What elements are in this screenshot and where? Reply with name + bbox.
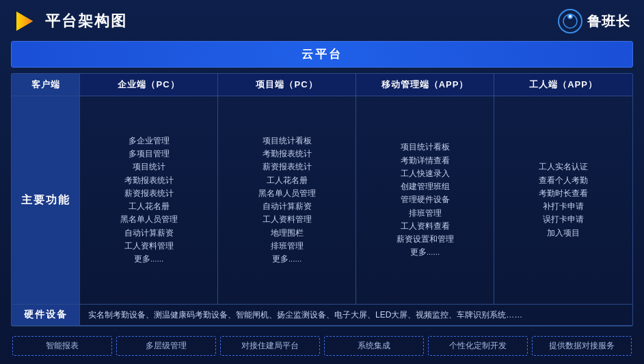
feature-item: 工人花名册 xyxy=(129,201,170,212)
feature-item: 地理围栏 xyxy=(271,227,304,239)
feature-item: 考勤时长查看 xyxy=(539,188,588,199)
col-header-mobile: 移动管理端（APP） xyxy=(356,74,494,96)
main-table: 客户端 企业端（PC） 项目端（PC） 移动管理端（APP） 工人端（APP） … xyxy=(11,73,633,326)
tag-item: 提供数据对接服务 xyxy=(532,336,632,356)
feature-item: 工人实名认证 xyxy=(539,161,588,173)
feature-item: 黑名单人员管理 xyxy=(258,188,316,199)
feature-item: 项目统计看板 xyxy=(263,135,312,147)
feature-item: 考勤详情查看 xyxy=(401,155,450,167)
header-left: 平台架构图 xyxy=(14,9,127,33)
col-headers: 客户端 企业端（PC） 项目端（PC） 移动管理端（APP） 工人端（APP） xyxy=(12,74,632,96)
feature-item: 排班管理 xyxy=(409,208,442,219)
feature-item: 薪资报表统计 xyxy=(124,188,174,199)
feature-item: 工人资料管理 xyxy=(263,214,312,225)
header: 平台架构图 鲁班长 xyxy=(11,7,633,36)
tag-item: 多层级管理 xyxy=(116,336,216,356)
brand-icon xyxy=(557,8,583,34)
feature-item: 管理硬件设备 xyxy=(401,194,450,206)
page-title: 平台架构图 xyxy=(45,11,127,31)
col-header-client: 客户端 xyxy=(12,74,80,96)
feature-item: 创建管理班组 xyxy=(401,181,450,193)
feature-item: 多企业管理 xyxy=(129,135,170,147)
feature-item: 误打卡申请 xyxy=(543,214,584,225)
content-row: 主要功能 多企业管理多项目管理项目统计考勤报表统计薪资报表统计工人花名册黑名单人… xyxy=(12,96,632,305)
brand-logo: 鲁班长 xyxy=(557,8,630,34)
feature-item: 薪资报表统计 xyxy=(263,161,312,173)
feature-item: 自动计算薪资 xyxy=(124,227,174,239)
logo-icon xyxy=(14,9,38,33)
main-section-label: 主要功能 xyxy=(12,96,80,304)
hardware-content: 实名制考勤设备、测温健康码考勤设备、智能闸机、扬尘监测设备、电子大屏、LED大屏… xyxy=(80,305,632,325)
svg-marker-1 xyxy=(16,12,33,31)
feature-item: 查看个人考勤 xyxy=(539,175,588,186)
feature-item: 排班管理 xyxy=(271,240,304,252)
brand-name: 鲁班长 xyxy=(587,12,630,31)
feature-item: 自动计算薪资 xyxy=(263,201,312,212)
tag-item: 个性化定制开发 xyxy=(428,336,528,356)
hardware-row: 硬件设备 实名制考勤设备、测温健康码考勤设备、智能闸机、扬尘监测设备、电子大屏、… xyxy=(12,305,632,326)
page-wrapper: 平台架构图 鲁班长 云平台 客户端 企业端（PC） 项目端（PC） xyxy=(0,0,644,364)
feature-item: 项目统计 xyxy=(133,161,165,173)
feature-item: 薪资设置和管理 xyxy=(397,234,454,245)
tag-item: 智能报表 xyxy=(12,336,112,356)
cloud-banner: 云平台 xyxy=(11,41,633,68)
col-header-worker: 工人端（APP） xyxy=(494,74,632,96)
feature-item: 工人资料管理 xyxy=(124,240,174,252)
tag-item: 系统集成 xyxy=(324,336,424,356)
col-header-project: 项目端（PC） xyxy=(218,74,356,96)
tags-row: 智能报表多层级管理对接住建局平台系统集成个性化定制开发提供数据对接服务 xyxy=(11,332,633,357)
feature-item: 项目统计看板 xyxy=(401,141,450,153)
feature-item: 加入项目 xyxy=(547,227,580,239)
feature-item: 工人资料查看 xyxy=(401,221,450,232)
enterprise-features-cell: 多企业管理多项目管理项目统计考勤报表统计薪资报表统计工人花名册黑名单人员管理自动… xyxy=(80,96,218,304)
col-header-enterprise: 企业端（PC） xyxy=(80,74,218,96)
feature-item: 更多...... xyxy=(134,253,163,265)
tag-item: 对接住建局平台 xyxy=(220,336,320,356)
svg-point-5 xyxy=(569,15,572,18)
feature-item: 多项目管理 xyxy=(129,148,170,160)
hardware-label: 硬件设备 xyxy=(12,305,80,325)
svg-point-2 xyxy=(559,10,582,33)
feature-item: 工人快速录入 xyxy=(401,168,450,180)
mobile-features-cell: 项目统计看板考勤详情查看工人快速录入创建管理班组管理硬件设备排班管理工人资料查看… xyxy=(356,96,494,304)
feature-item: 考勤报表统计 xyxy=(263,148,312,160)
worker-features-cell: 工人实名认证查看个人考勤考勤时长查看补打卡申请误打卡申请加入项目 xyxy=(494,96,632,304)
project-features-cell: 项目统计看板考勤报表统计薪资报表统计工人花名册黑名单人员管理自动计算薪资工人资料… xyxy=(218,96,356,304)
feature-item: 考勤报表统计 xyxy=(124,175,174,186)
feature-item: 更多...... xyxy=(410,247,440,258)
feature-item: 黑名单人员管理 xyxy=(120,214,178,225)
feature-item: 工人花名册 xyxy=(267,175,308,186)
feature-item: 更多...... xyxy=(272,253,301,265)
feature-item: 补打卡申请 xyxy=(543,201,584,212)
